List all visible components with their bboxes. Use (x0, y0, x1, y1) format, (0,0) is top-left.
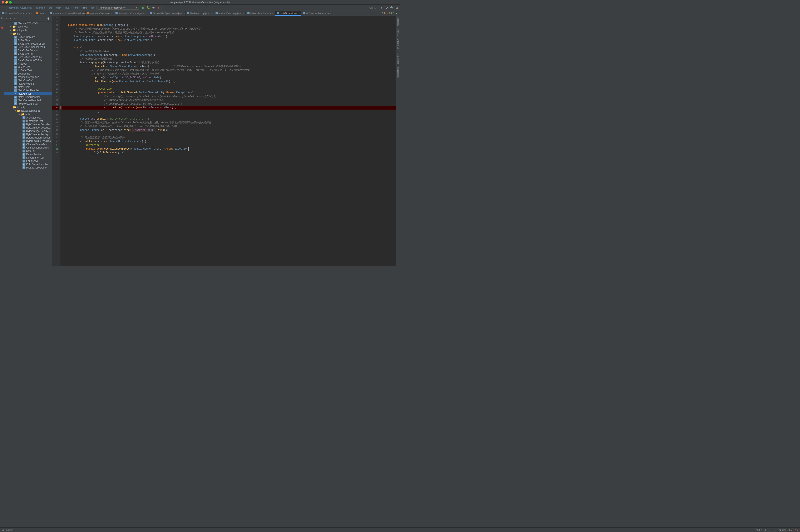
mybatis-icon[interactable]: MyBatis Sq (396, 38, 399, 50)
maven-icon[interactable]: Maven (396, 28, 399, 36)
sidebar-item-echoserverhandler[interactable]: C EchoServerHandler (4, 163, 52, 166)
sidebar-item-allocatortest[interactable]: C AllocatorTest (4, 116, 52, 119)
sidebar-item-splitpacket[interactable]: ▶ 📁 splitpacket (4, 28, 52, 32)
expand-icon[interactable]: ▼ (10, 106, 12, 108)
sidebar-item-demohandler[interactable]: C DemoHandler (4, 153, 52, 156)
tab-abstractniobytechannel[interactable]: AbstractNioByteChannel.java × (148, 11, 186, 16)
breadcrumb-src[interactable]: src (48, 6, 53, 10)
git-push[interactable]: ⟳ (385, 5, 389, 10)
tab-nioeventloop[interactable]: NioEventLoop.java × (186, 11, 213, 16)
sidebar-item-nettyclient[interactable]: C NettyClient (4, 86, 52, 89)
tab-close[interactable]: × (243, 12, 244, 14)
tab-abstractniochannel[interactable]: AbstractNioChannel.java × (0, 11, 34, 16)
breadcrumb-tuling[interactable]: tuling (81, 6, 89, 10)
sidebar-item-nettyserver[interactable]: C NettyServer (4, 92, 52, 95)
settings-button[interactable]: ⚙ (395, 5, 399, 10)
close-button[interactable] (2, 1, 4, 3)
tab-close[interactable]: × (211, 12, 212, 14)
sidebar-item-channelfuturetest[interactable]: C ChannelFutureTest (4, 143, 52, 146)
tab-close[interactable]: × (145, 12, 146, 14)
breadcrumb-example[interactable]: example (35, 6, 46, 10)
tab-nioselectorserver[interactable]: NioSelectorServer.java × (301, 11, 333, 16)
sidebar-item-bytebufwriteread[interactable]: C ByteBufWriteReadTest (4, 139, 52, 143)
sidebar-item-byte2integerdecodertester[interactable]: C Byte2IntegerDecoderTester (4, 126, 52, 129)
expand-icon[interactable]: ▼ (18, 113, 20, 115)
sidebar-item-nettyserverhandler[interactable]: C NettyServerHandler (4, 95, 52, 99)
tab-close[interactable]: × (111, 12, 112, 14)
sidebar-item-intbuffertest[interactable]: C IntBufferTest (4, 69, 52, 72)
breadcrumb-com[interactable]: com (72, 6, 79, 10)
sidebar-item-bytebufferchannelread[interactable]: C ByteBufferChannelRead (4, 45, 52, 49)
sidebar-item-compositebuffertest[interactable]: C CompositeBufferTest (4, 146, 52, 149)
sidebar-item-nio[interactable]: ▼ 📂 nio (4, 32, 52, 35)
sidebar-item-buffertypetest[interactable]: C BufferTypeTest (4, 119, 52, 123)
tab-close[interactable]: × (184, 12, 185, 14)
tab-close[interactable]: × (298, 12, 299, 14)
sidebar-item-echoserver[interactable]: C EchoServer (4, 159, 52, 163)
breadcrumb-main[interactable]: main (55, 6, 62, 10)
restservices-icon[interactable]: RestServices (396, 51, 399, 65)
sidebar-item-filelock[interactable]: C FileLock (4, 62, 52, 65)
bookmarks-icon[interactable]: 🔖 (0, 26, 4, 29)
sidebar-item-bytebuffercompact[interactable]: C ByteBufferCompact (4, 49, 52, 52)
sidebar-item-reconnect[interactable]: ▶ 📁 reconnect (4, 25, 52, 28)
tab-close[interactable]: × (272, 12, 273, 14)
sidebar-item-utils[interactable]: ▼ 📂 utils (4, 113, 52, 116)
database-icon[interactable]: Database (396, 17, 399, 27)
sidebar-item-actualcombat[interactable]: ▼ 📂 actual.combat.e1 (4, 109, 52, 113)
tab-close[interactable]: × (45, 12, 46, 14)
commit-icon[interactable]: ↕ (0, 21, 4, 24)
tab-operationcomplete[interactable]: operationComplete × (86, 11, 114, 16)
class-selector[interactable]: com.tuling.nio.NettyServer ▼ (97, 6, 139, 10)
code-content[interactable]: public static void main(String[] args) {… (60, 16, 396, 266)
project-icon[interactable]: P (0, 17, 4, 20)
expand-icon[interactable]: ▶ (10, 29, 12, 31)
breadcrumb-java[interactable]: java (64, 6, 71, 10)
code-area[interactable]: 10 11 12 13 14 15 16 17 18 19 20 21 22 2… (52, 16, 396, 266)
sidebar-item-fileniocopy[interactable]: C FileNioCopyDemo (4, 166, 52, 169)
sidebar-item-byte2integerreplaydecodertester[interactable]: C Byte2IntegerReplayDecoderTester (4, 133, 52, 136)
tab-anonymous[interactable]: anonymous ChannelFutureListener × (48, 11, 86, 16)
sidebar-item-nettyserverhandler2[interactable]: C NettyServerHandler2 (4, 99, 52, 102)
tab-close[interactable]: × (330, 12, 331, 14)
notifications-icon[interactable]: Notifications (396, 66, 399, 79)
sidebar-item-guesstest[interactable]: C GuessTest (4, 65, 52, 69)
sidebar-item-bytebufref[interactable]: C ByteBufReferenceTest (4, 136, 52, 139)
sidebar-item-byte2integerreplaydecoder[interactable]: C Byte2IntegerReplayDecoder (4, 129, 52, 133)
tab-abstractniochannel2[interactable]: AbstractNioChannel.java × (114, 11, 148, 16)
breadcrumb-nio[interactable]: nio (90, 6, 96, 10)
expand-icon[interactable]: ▼ (14, 110, 16, 112)
sidebar-item-bytebufferreaderfile[interactable]: C ByteBufferReaderFile (4, 55, 52, 59)
sidebar-item-nioselectorserver2[interactable]: C NioSelectorServer (4, 102, 52, 106)
toolbar-icon-1[interactable]: ≡ (1, 5, 5, 10)
tab-abstractbootstrap[interactable]: AbstractBootstrap.java × (214, 11, 246, 16)
sidebar-item-bytebufferput[interactable]: C ByteBufferPut (4, 52, 52, 55)
search-button[interactable]: 🔍 (390, 5, 394, 10)
sidebar-item-directbuffertest[interactable]: C DirectBufferTest (4, 156, 52, 159)
tab-close[interactable]: × (31, 12, 32, 14)
debug-button[interactable]: 🐛 (146, 5, 151, 10)
tab-main[interactable]: main × (34, 11, 48, 16)
sidebar-item-mappedbytebuffer[interactable]: C MappedByteBuffer (4, 75, 52, 79)
stop-button[interactable]: ■ (156, 5, 161, 10)
breadcrumb-project[interactable]: netty-netty-4.1.38.Final (7, 6, 33, 10)
maximize-button[interactable] (9, 1, 12, 3)
sidebar-item-bufferduplicate[interactable]: C BufferDuplicate (4, 35, 52, 39)
sidebar-item-bytebufferallocatedirect[interactable]: C ByteBufferAllocateDirect (4, 42, 52, 45)
tab-defaultpromise[interactable]: DefaultPromise.java × (246, 11, 275, 16)
tab-nettyserver[interactable]: NettyServer.java × (275, 11, 301, 16)
minimize-button[interactable] (5, 1, 8, 3)
expand-icon[interactable]: ▶ (10, 25, 12, 28)
sidebar-item-nioselectorserver[interactable]: C NioSelectorServer (4, 21, 52, 25)
tab-overflow[interactable]: ▼ (395, 11, 399, 16)
sidebar-item-byte2integerdecoder[interactable]: C Byte2IntegerDecoder (4, 123, 52, 126)
sidebar-item-ionetty[interactable]: ▼ 📂 io.netty (4, 106, 52, 109)
sidebar-item-bufferslice[interactable]: C BufferSlice (4, 39, 52, 42)
coverage-button[interactable]: ☂ (151, 5, 156, 10)
sidebar-settings[interactable]: ⚙ (46, 16, 51, 21)
sidebar-item-bytebufferwritetofile[interactable]: C ByteBufferWriteToFile (4, 59, 52, 62)
sidebar-item-nettybytebuf[interactable]: C NettyByteBuf (4, 79, 52, 82)
git-checkmark[interactable]: ✓ (374, 5, 378, 10)
git-update[interactable]: ↑ (379, 5, 384, 10)
sidebar-item-nettyclienthandler[interactable]: C NettyClientHandler (4, 89, 52, 92)
